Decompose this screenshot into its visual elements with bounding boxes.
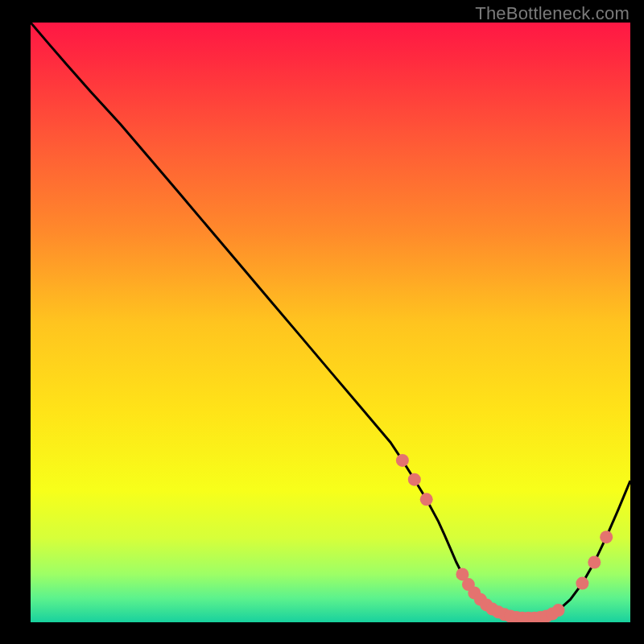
gradient-background (31, 23, 630, 622)
marker-dot (408, 473, 421, 486)
plot-area (31, 23, 630, 622)
marker-dot (588, 556, 601, 569)
marker-dot (600, 530, 613, 543)
marker-dot (396, 454, 409, 467)
marker-dot (420, 493, 433, 506)
marker-dot (576, 577, 588, 590)
chart-svg (31, 23, 630, 622)
marker-dot (552, 604, 565, 617)
chart-container: TheBottleneck.com (0, 0, 644, 644)
attribution-label: TheBottleneck.com (475, 3, 630, 24)
